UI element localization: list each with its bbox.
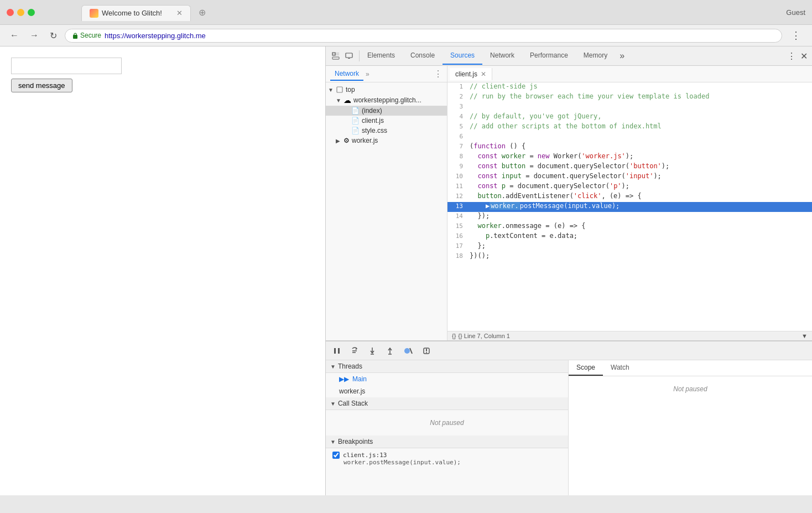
code-editor[interactable]: 1 // client-side js 2 // run by the brow… bbox=[447, 82, 812, 331]
call-stack-section-header[interactable]: ▼ Call Stack bbox=[326, 397, 568, 410]
back-button[interactable]: ← bbox=[7, 29, 22, 42]
pause-button[interactable] bbox=[330, 345, 343, 356]
send-message-button[interactable]: send message bbox=[11, 79, 72, 92]
tab-performance[interactable]: Performance bbox=[522, 47, 576, 65]
debugger-toolbar bbox=[326, 341, 812, 360]
thread-workerjs-label: worker.js bbox=[339, 387, 365, 395]
tree-item-stylecss[interactable]: 📄 style.css bbox=[326, 126, 447, 136]
tab-network[interactable]: Network bbox=[482, 47, 522, 65]
close-button[interactable] bbox=[7, 9, 14, 16]
tab-close-icon[interactable]: ✕ bbox=[176, 9, 183, 17]
code-panel: client.js ✕ 1 // client-side js 2 bbox=[447, 66, 812, 340]
new-tab-button[interactable]: ⊕ bbox=[191, 4, 214, 21]
svg-rect-5 bbox=[334, 348, 336, 354]
devtools-more-tabs[interactable]: » bbox=[615, 51, 629, 61]
breakpoints-section-header[interactable]: ▼ Breakpoints bbox=[326, 436, 568, 448]
code-tab-close[interactable]: ✕ bbox=[481, 70, 486, 78]
address-bar[interactable]: Secure https://workerstepping.glitch.me bbox=[65, 29, 782, 43]
svg-rect-4 bbox=[337, 87, 342, 92]
code-line: 16 p.textContent = e.data; bbox=[447, 232, 812, 242]
tree-arrow-top: ▼ bbox=[328, 87, 334, 93]
deactivate-breakpoints-button[interactable] bbox=[401, 345, 415, 356]
nav-bar: ← → ↻ Secure https://workerstepping.glit… bbox=[0, 24, 812, 46]
reload-button[interactable]: ↻ bbox=[46, 29, 60, 42]
tab-title: Welcome to Glitch! bbox=[102, 9, 162, 17]
file-icon-index: 📄 bbox=[351, 107, 360, 115]
webpage-area: send message bbox=[0, 46, 325, 495]
svg-line-14 bbox=[410, 348, 412, 354]
scope-not-paused: Not paused bbox=[569, 376, 812, 402]
tree-label-domain: workerstepping.glitch... bbox=[353, 96, 421, 104]
status-curly: {} bbox=[452, 333, 456, 339]
browser-tab[interactable]: Welcome to Glitch! ✕ bbox=[81, 5, 191, 21]
thread-workerjs[interactable]: worker.js bbox=[326, 385, 568, 397]
tree-item-workerjs[interactable]: ▶ ⚙ worker.js bbox=[326, 136, 447, 146]
step-out-button[interactable] bbox=[383, 345, 397, 356]
devtools-close-icon[interactable]: ✕ bbox=[800, 51, 808, 61]
threads-section-header[interactable]: ▼ Threads bbox=[326, 360, 568, 373]
gear-icon: ⚙ bbox=[343, 137, 350, 144]
file-panel-tabs: Network » ⋮ bbox=[326, 66, 447, 82]
tree-item-clientjs[interactable]: 📄 client.js bbox=[326, 116, 447, 126]
call-stack-not-paused: Not paused bbox=[326, 410, 568, 436]
traffic-lights bbox=[7, 9, 35, 16]
status-position: {} Line 7, Column 1 bbox=[458, 333, 510, 339]
address-text: https://workerstepping.glitch.me bbox=[105, 32, 206, 40]
file-icon-clientjs: 📄 bbox=[351, 117, 360, 125]
tab-scope[interactable]: Scope bbox=[569, 360, 603, 376]
threads-arrow: ▼ bbox=[330, 364, 336, 370]
code-line: 5 // add other scripts at the bottom of … bbox=[447, 122, 812, 132]
devtools-settings-icon[interactable]: ⋮ bbox=[787, 51, 796, 61]
panel-tab-network[interactable]: Network bbox=[330, 68, 363, 81]
debugger-left: ▼ Threads ▶▶ Main worker.js ▼ bbox=[326, 360, 569, 495]
tab-elements[interactable]: Elements bbox=[360, 47, 403, 65]
pause-on-exceptions-button[interactable] bbox=[420, 345, 433, 356]
breakpoint-item[interactable]: client.js:13 worker.postMessage(input.va… bbox=[326, 448, 568, 469]
browser-more-button[interactable]: ⋮ bbox=[787, 29, 805, 42]
call-stack-arrow: ▼ bbox=[330, 401, 336, 407]
minimize-button[interactable] bbox=[17, 9, 24, 16]
code-line: 9 const button = document.querySelector(… bbox=[447, 162, 812, 172]
tab-memory[interactable]: Memory bbox=[576, 47, 615, 65]
breakpoint-checkbox[interactable] bbox=[332, 452, 340, 459]
cloud-icon: ☁ bbox=[343, 96, 351, 105]
svg-rect-6 bbox=[338, 348, 340, 354]
tree-label-clientjs: client.js bbox=[362, 117, 384, 125]
tree-arrow-domain: ▼ bbox=[336, 97, 341, 103]
tree-label-index: (index) bbox=[362, 107, 382, 115]
editor-status-bar: {} {} Line 7, Column 1 ▼ bbox=[447, 331, 812, 340]
tab-watch[interactable]: Watch bbox=[603, 360, 637, 376]
svg-rect-3 bbox=[348, 58, 350, 59]
tree-item-domain[interactable]: ▼ ☁ workerstepping.glitch... bbox=[326, 95, 447, 106]
tree-label-stylecss: style.css bbox=[362, 127, 387, 134]
breakpoint-code: worker.postMessage(input.value); bbox=[332, 459, 561, 466]
tree-item-top[interactable]: ▼ top bbox=[326, 85, 447, 95]
devtools-icons bbox=[326, 50, 360, 61]
status-dropdown-icon[interactable]: ▼ bbox=[801, 333, 808, 339]
svg-rect-1 bbox=[332, 57, 339, 59]
device-icon[interactable] bbox=[343, 50, 355, 61]
forward-button[interactable]: → bbox=[27, 29, 42, 42]
secure-text: Secure bbox=[80, 32, 101, 39]
code-tab-clientjs[interactable]: client.js ✕ bbox=[450, 68, 492, 80]
page-icon bbox=[336, 86, 343, 94]
panel-menu-icon[interactable]: ⋮ bbox=[434, 69, 443, 79]
breakpoints-arrow: ▼ bbox=[330, 439, 336, 445]
step-into-button[interactable] bbox=[366, 345, 379, 356]
scope-watch-tabs: Scope Watch bbox=[569, 360, 812, 376]
code-line: 4 // by default, you've got jQuery, bbox=[447, 112, 812, 122]
thread-main[interactable]: ▶▶ Main bbox=[326, 373, 568, 385]
message-input[interactable] bbox=[11, 58, 122, 74]
tab-sources[interactable]: Sources bbox=[443, 47, 482, 65]
step-over-button[interactable] bbox=[348, 345, 361, 356]
code-line: 11 const p = document.querySelector('p')… bbox=[447, 182, 812, 192]
code-tab-label: client.js bbox=[455, 70, 477, 78]
panel-tabs-more[interactable]: » bbox=[366, 70, 369, 78]
threads-label: Threads bbox=[338, 362, 362, 370]
maximize-button[interactable] bbox=[28, 9, 35, 16]
tree-item-index[interactable]: 📄 (index) bbox=[326, 106, 447, 116]
tab-console[interactable]: Console bbox=[403, 47, 443, 65]
thread-main-label: Main bbox=[352, 375, 367, 383]
file-panel: Network » ⋮ ▼ top ▼ bbox=[326, 66, 447, 340]
inspector-icon[interactable] bbox=[330, 50, 341, 61]
